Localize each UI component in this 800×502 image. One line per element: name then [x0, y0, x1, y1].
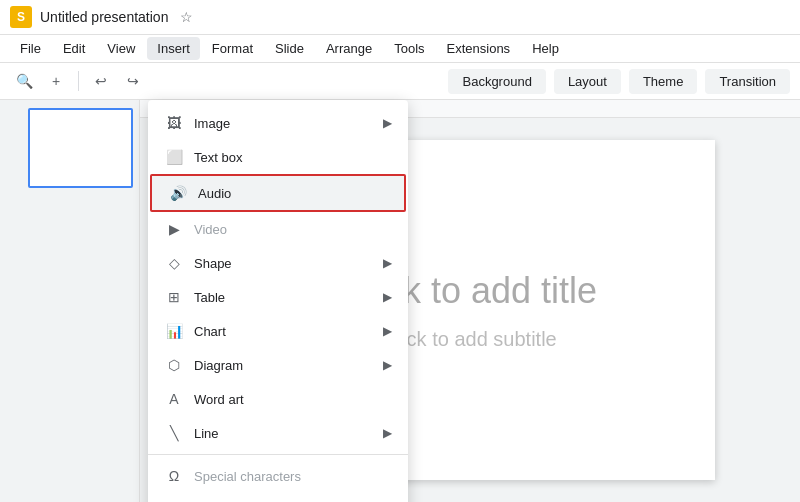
image-submenu-arrow: ▶ [383, 116, 392, 130]
slide-thumbnail[interactable] [28, 108, 133, 188]
menu-arrange[interactable]: Arrange [316, 37, 382, 60]
chart-icon: 📊 [164, 321, 184, 341]
menu-item-table[interactable]: ⊞Table▶ [148, 280, 408, 314]
textbox-icon: ⬜ [164, 147, 184, 167]
image-icon: 🖼 [164, 113, 184, 133]
diagram-label: Diagram [194, 358, 383, 373]
textbox-label: Text box [194, 150, 392, 165]
menu-item-animation[interactable]: ◑Animation [148, 493, 408, 502]
menu-item-shape[interactable]: ◇Shape▶ [148, 246, 408, 280]
menu-item-video[interactable]: ▶Video [148, 212, 408, 246]
audio-icon: 🔊 [168, 183, 188, 203]
toolbar-right: Background Layout Theme Transition [448, 69, 790, 94]
wordart-icon: A [164, 389, 184, 409]
shape-label: Shape [194, 256, 383, 271]
star-icon[interactable]: ☆ [180, 9, 193, 25]
toolbar-sep-1 [78, 71, 79, 91]
theme-btn[interactable]: Theme [629, 69, 697, 94]
menu-item-textbox[interactable]: ⬜Text box [148, 140, 408, 174]
specialchars-label: Special characters [194, 469, 392, 484]
slide-subtitle-placeholder[interactable]: Click to add subtitle [383, 328, 556, 351]
background-btn[interactable]: Background [448, 69, 545, 94]
app-icon: S [10, 6, 32, 28]
search-btn[interactable]: 🔍 [10, 67, 38, 95]
menu-tools[interactable]: Tools [384, 37, 434, 60]
menu-item-wordart[interactable]: AWord art [148, 382, 408, 416]
insert-dropdown-menu: 🖼Image▶⬜Text box🔊Audio▶Video◇Shape▶⊞Tabl… [148, 100, 408, 502]
image-label: Image [194, 116, 383, 131]
transition-btn[interactable]: Transition [705, 69, 790, 94]
table-icon: ⊞ [164, 287, 184, 307]
menu-item-audio[interactable]: 🔊Audio [150, 174, 406, 212]
table-label: Table [194, 290, 383, 305]
toolbar: 🔍 + ↩ ↪ Background Layout Theme Transiti… [0, 63, 800, 100]
menu-item-line[interactable]: ╲Line▶ [148, 416, 408, 450]
document-title[interactable]: Untitled presentation [40, 9, 168, 25]
menu-view[interactable]: View [97, 37, 145, 60]
specialchars-icon: Ω [164, 466, 184, 486]
audio-label: Audio [198, 186, 388, 201]
line-label: Line [194, 426, 383, 441]
menu-item-image[interactable]: 🖼Image▶ [148, 106, 408, 140]
video-label: Video [194, 222, 392, 237]
menu-file[interactable]: File [10, 37, 51, 60]
table-submenu-arrow: ▶ [383, 290, 392, 304]
menu-edit[interactable]: Edit [53, 37, 95, 60]
zoom-btn[interactable]: + [42, 67, 70, 95]
diagram-icon: ⬡ [164, 355, 184, 375]
shape-submenu-arrow: ▶ [383, 256, 392, 270]
chart-label: Chart [194, 324, 383, 339]
title-bar: S Untitled presentation ☆ [0, 0, 800, 35]
menu-bar: File Edit View Insert Format Slide Arran… [0, 35, 800, 63]
slide-panel: 1 [0, 100, 140, 502]
menu-slide[interactable]: Slide [265, 37, 314, 60]
menu-divider [148, 454, 408, 455]
wordart-label: Word art [194, 392, 392, 407]
layout-btn[interactable]: Layout [554, 69, 621, 94]
undo-btn[interactable]: ↩ [87, 67, 115, 95]
diagram-submenu-arrow: ▶ [383, 358, 392, 372]
menu-item-diagram[interactable]: ⬡Diagram▶ [148, 348, 408, 382]
chart-submenu-arrow: ▶ [383, 324, 392, 338]
line-submenu-arrow: ▶ [383, 426, 392, 440]
video-icon: ▶ [164, 219, 184, 239]
menu-item-specialchars[interactable]: ΩSpecial characters [148, 459, 408, 493]
menu-format[interactable]: Format [202, 37, 263, 60]
menu-help[interactable]: Help [522, 37, 569, 60]
line-icon: ╲ [164, 423, 184, 443]
shape-icon: ◇ [164, 253, 184, 273]
menu-insert[interactable]: Insert [147, 37, 200, 60]
menu-item-chart[interactable]: 📊Chart▶ [148, 314, 408, 348]
redo-btn[interactable]: ↪ [119, 67, 147, 95]
menu-extensions[interactable]: Extensions [437, 37, 521, 60]
